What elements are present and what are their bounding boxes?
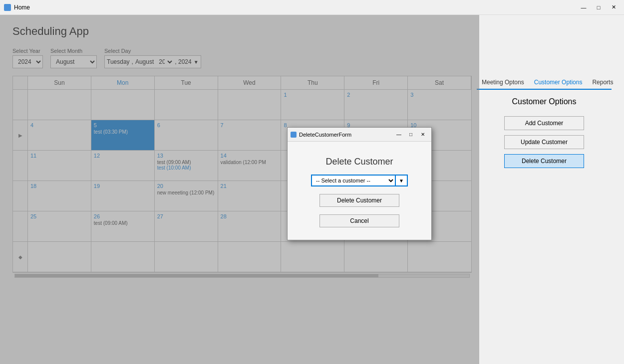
close-button[interactable]: ✕ — [607, 2, 620, 12]
title-bar-controls: — □ ✕ — [577, 2, 620, 12]
tab-meeting-options[interactable]: Meeting Optons — [477, 76, 529, 89]
modal-delete-customer-button[interactable]: Delete Customer — [319, 194, 399, 207]
customer-select-arrow[interactable]: ▼ — [396, 175, 408, 186]
modal-controls: — □ ✕ — [393, 130, 428, 139]
add-customer-button[interactable]: Add Customer — [504, 116, 584, 130]
update-customer-button[interactable]: Update Customer — [504, 135, 584, 149]
sidebar-title: Customer Options — [477, 97, 612, 106]
sidebar-buttons: Add Customer Update Customer Delete Cust… — [477, 116, 612, 168]
customer-select[interactable]: -- Select a customer -- — [311, 175, 396, 186]
modal-title-left: DeleteCustomerForm — [291, 132, 351, 138]
modal-title-bar: DeleteCustomerForm — □ ✕ — [288, 128, 431, 142]
delete-customer-dialog: DeleteCustomerForm — □ ✕ Delete Customer… — [287, 127, 432, 240]
sidebar-tabs: Meeting Optons Customer Options Reports — [477, 76, 612, 90]
maximize-button[interactable]: □ — [592, 2, 605, 12]
modal-select-row: -- Select a customer -- ▼ — [311, 175, 408, 186]
title-bar-title: Home — [14, 4, 30, 11]
title-bar-left: Home — [4, 4, 30, 11]
modal-maximize-button[interactable]: □ — [405, 130, 416, 139]
title-bar: Home — □ ✕ — [0, 0, 624, 15]
modal-title-text: DeleteCustomerForm — [299, 132, 351, 138]
modal-icon — [291, 132, 297, 138]
sidebar: Meeting Optons Customer Options Reports … — [477, 76, 612, 278]
delete-customer-button[interactable]: Delete Customer — [504, 154, 584, 168]
modal-minimize-button[interactable]: — — [393, 130, 404, 139]
tab-reports[interactable]: Reports — [587, 76, 618, 89]
modal-close-button[interactable]: ✕ — [417, 130, 428, 139]
minimize-button[interactable]: — — [577, 2, 590, 12]
home-icon — [4, 4, 11, 11]
modal-cancel-button[interactable]: Cancel — [319, 214, 399, 227]
modal-body: Delete Customer -- Select a customer -- … — [288, 142, 431, 240]
modal-heading: Delete Customer — [325, 157, 393, 167]
tab-customer-options[interactable]: Customer Options — [529, 76, 588, 89]
